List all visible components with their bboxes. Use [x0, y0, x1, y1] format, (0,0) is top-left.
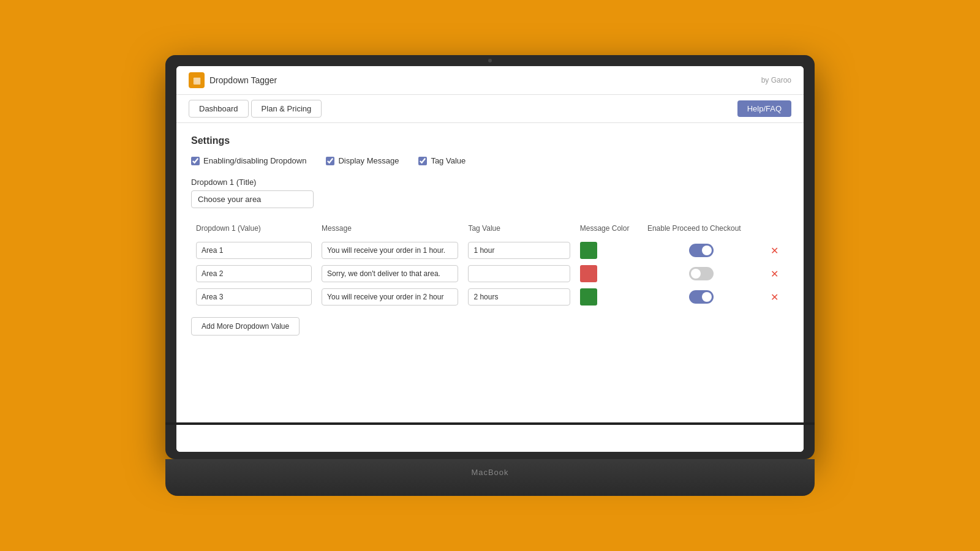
laptop-base: MacBook	[165, 459, 815, 496]
app-content: Settings Enabling/disabling Dropdown Dis…	[176, 123, 804, 452]
toggle-switch-0[interactable]	[689, 244, 714, 257]
checkbox-enabling-input[interactable]	[191, 157, 200, 165]
message-input-1[interactable]	[322, 265, 458, 282]
checkbox-tag-value[interactable]: Tag Value	[418, 156, 466, 165]
checkbox-display-message[interactable]: Display Message	[326, 156, 399, 165]
toggle-slider-1	[689, 267, 714, 280]
help-faq-button[interactable]: Help/FAQ	[737, 100, 791, 117]
checkbox-enabling-label: Enabling/disabling Dropdown	[203, 156, 306, 165]
settings-checkboxes: Enabling/disabling Dropdown Display Mess…	[191, 156, 789, 165]
col-header-dropdown-value: Dropdown 1 (Value)	[191, 220, 317, 239]
add-more-dropdown-button[interactable]: Add More Dropdown Value	[191, 317, 300, 335]
nav-bar: Dashboard Plan & Pricing Help/FAQ	[176, 95, 804, 123]
app-title: Dropdown Tagger	[209, 75, 277, 85]
delete-button-2[interactable]: ✕	[767, 290, 782, 304]
dropdown-table: Dropdown 1 (Value) Message Tag Value Mes…	[191, 220, 789, 309]
table-row: ✕	[191, 239, 789, 262]
dropdown1-title-label: Dropdown 1 (Title)	[191, 178, 789, 187]
col-header-enable-proceed: Enable Proceed to Checkout	[643, 220, 760, 239]
tag-value-input-1[interactable]	[468, 265, 570, 282]
table-row: ✕	[191, 262, 789, 285]
dropdown-value-input-2[interactable]	[196, 288, 312, 305]
tab-plan-pricing[interactable]: Plan & Pricing	[251, 100, 322, 118]
nav-tabs: Dashboard Plan & Pricing	[189, 100, 322, 118]
tab-dashboard[interactable]: Dashboard	[189, 100, 249, 118]
app-header: ▦ Dropdown Tagger by Garoo	[176, 66, 804, 95]
message-input-2[interactable]	[322, 288, 458, 305]
toggle-switch-1[interactable]	[689, 267, 714, 280]
tag-value-input-0[interactable]	[468, 242, 570, 259]
col-header-message: Message	[317, 220, 463, 239]
checkbox-enabling[interactable]: Enabling/disabling Dropdown	[191, 156, 306, 165]
settings-title: Settings	[191, 135, 789, 146]
checkbox-tag-value-label: Tag Value	[431, 156, 466, 165]
checkbox-display-message-label: Display Message	[338, 156, 399, 165]
color-swatch-0[interactable]	[580, 242, 597, 259]
checkbox-tag-value-input[interactable]	[418, 157, 427, 165]
color-swatch-1[interactable]	[580, 265, 597, 282]
message-input-0[interactable]	[322, 242, 458, 259]
toggle-switch-2[interactable]	[689, 290, 714, 304]
tag-value-input-2[interactable]	[468, 288, 570, 305]
delete-button-0[interactable]: ✕	[767, 244, 782, 258]
toggle-slider-0	[689, 244, 714, 257]
dropdown-value-input-0[interactable]	[196, 242, 312, 259]
toggle-slider-2	[689, 290, 714, 304]
delete-button-1[interactable]: ✕	[767, 267, 782, 281]
logo-icon: ▦	[189, 72, 205, 88]
col-header-message-color: Message Color	[575, 220, 643, 239]
by-garoo-label: by Garoo	[761, 76, 791, 84]
checkbox-display-message-input[interactable]	[326, 157, 334, 165]
col-header-tag-value: Tag Value	[463, 220, 575, 239]
dropdown-value-input-1[interactable]	[196, 265, 312, 282]
dropdown1-title-input[interactable]	[191, 190, 314, 208]
col-header-delete	[760, 220, 789, 239]
dropdown1-title-field: Dropdown 1 (Title)	[191, 178, 789, 208]
macbook-label: MacBook	[165, 459, 815, 477]
color-swatch-2[interactable]	[580, 288, 597, 305]
table-row: ✕	[191, 285, 789, 309]
app-logo: ▦ Dropdown Tagger	[189, 72, 277, 88]
